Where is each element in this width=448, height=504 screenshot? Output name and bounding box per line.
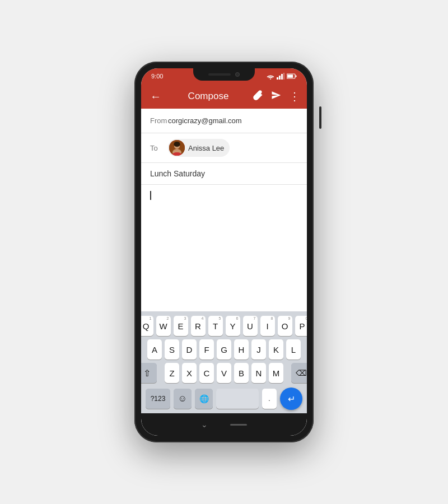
key-d[interactable]: D [182, 339, 197, 360]
svg-rect-2 [281, 74, 283, 80]
keyboard: Q1 W2 E3 R4 T5 Y6 U7 I8 O9 P0 A S D [141, 311, 307, 413]
status-time: 9:00 [151, 73, 163, 80]
wifi-icon [267, 73, 274, 80]
key-g[interactable]: G [217, 339, 231, 360]
key-e[interactable]: E3 [174, 316, 188, 336]
bottom-nav: ⌄ [141, 413, 307, 436]
battery-icon [287, 73, 297, 79]
key-z[interactable]: Z [165, 363, 179, 383]
key-r[interactable]: R4 [191, 316, 206, 336]
status-bar: 9:00 [141, 68, 307, 84]
key-period[interactable]: . [262, 389, 277, 409]
key-h[interactable]: H [234, 339, 249, 360]
key-emoji[interactable]: ☺ [174, 389, 192, 409]
send-button[interactable] [271, 90, 281, 102]
recipient-avatar [169, 140, 185, 156]
keyboard-row-2: A S D F G H J K L [143, 339, 305, 360]
recipient-chip[interactable]: Anissa Lee [168, 139, 230, 157]
nav-chevron[interactable]: ⌄ [201, 420, 208, 429]
volume-button [319, 106, 321, 129]
phone-frame: 9:00 [134, 62, 314, 442]
key-u[interactable]: U7 [243, 316, 258, 336]
key-l[interactable]: L [286, 339, 301, 360]
signal-icon [277, 73, 284, 80]
key-b[interactable]: B [234, 363, 249, 383]
app-bar-title: Compose [170, 91, 246, 102]
svg-rect-3 [283, 73, 284, 80]
key-m[interactable]: M [269, 363, 283, 383]
body-area[interactable] [141, 185, 307, 311]
keyboard-row-1: Q1 W2 E3 R4 T5 Y6 U7 I8 O9 P0 [143, 316, 305, 336]
key-numbers-sym[interactable]: ?123 [146, 389, 170, 409]
key-y[interactable]: Y6 [226, 316, 240, 336]
from-row: From corgicrazy@gmail.com [141, 109, 307, 133]
keyboard-row-3: ⇧ Z X C V B N M ⌫ [143, 363, 305, 383]
notch [193, 68, 255, 81]
app-bar: ← Compose ⋮ [141, 84, 307, 109]
key-i[interactable]: I8 [260, 316, 275, 336]
subject-row[interactable]: Lunch Saturday [141, 163, 307, 185]
text-cursor [150, 191, 151, 200]
key-q[interactable]: Q1 [141, 316, 153, 336]
to-label: To [150, 144, 168, 152]
keyboard-bottom-row: ?123 ☺ 🌐 . ↵ [143, 386, 305, 411]
key-o[interactable]: O9 [278, 316, 292, 336]
svg-rect-6 [287, 74, 293, 78]
key-f[interactable]: F [199, 339, 214, 360]
key-globe[interactable]: 🌐 [195, 389, 213, 409]
more-options-button[interactable]: ⋮ [289, 90, 300, 103]
key-x[interactable]: X [182, 363, 197, 383]
key-k[interactable]: K [269, 339, 283, 360]
paperclip-svg [253, 90, 263, 101]
key-enter[interactable]: ↵ [280, 388, 302, 410]
compose-area: From corgicrazy@gmail.com To [141, 109, 307, 413]
key-v[interactable]: V [217, 363, 231, 383]
key-shift[interactable]: ⇧ [141, 363, 157, 383]
from-email: corgicrazy@gmail.com [168, 116, 298, 125]
key-p[interactable]: P0 [295, 316, 307, 336]
send-svg [271, 90, 281, 100]
key-t[interactable]: T5 [208, 316, 223, 336]
key-c[interactable]: C [199, 363, 214, 383]
attachment-icon[interactable] [253, 90, 263, 103]
key-backspace[interactable]: ⌫ [291, 363, 307, 383]
key-n[interactable]: N [251, 363, 266, 383]
recipient-name: Anissa Lee [188, 144, 224, 152]
phone-screen: 9:00 [141, 68, 307, 436]
from-label: From [150, 116, 168, 125]
to-row[interactable]: To Anissa Lee [141, 133, 307, 163]
svg-rect-0 [277, 77, 278, 80]
app-bar-actions: ⋮ [253, 90, 300, 103]
key-j[interactable]: J [251, 339, 266, 360]
key-space[interactable] [216, 389, 259, 409]
key-s[interactable]: S [165, 339, 179, 360]
key-w[interactable]: W2 [156, 316, 171, 336]
speaker [208, 73, 231, 76]
nav-home[interactable] [230, 424, 247, 426]
back-button[interactable]: ← [148, 88, 164, 105]
svg-rect-5 [296, 76, 297, 77]
avatar-image [169, 140, 185, 156]
subject-field[interactable]: Lunch Saturday [150, 169, 205, 178]
camera [235, 72, 240, 77]
key-a[interactable]: A [147, 339, 162, 360]
status-icons [267, 73, 297, 80]
svg-rect-1 [279, 76, 281, 80]
